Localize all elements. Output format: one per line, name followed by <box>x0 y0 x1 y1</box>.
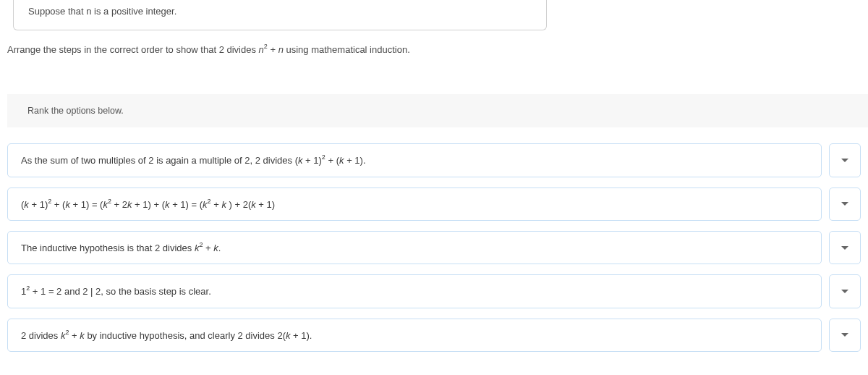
instruction-text: Arrange the steps in the correct order t… <box>7 43 868 55</box>
rank-dropdown-button[interactable] <box>829 274 861 308</box>
premise-text-pre: Suppose that <box>28 6 86 17</box>
option-text: The inductive hypothesis is that 2 divid… <box>21 242 221 253</box>
caret-down-icon <box>841 246 848 250</box>
caret-down-icon <box>841 202 848 206</box>
option-text: As the sum of two multiples of 2 is agai… <box>21 154 366 166</box>
option-row: The inductive hypothesis is that 2 divid… <box>7 231 861 264</box>
option-row: 2 divides k2 + k by inductive hypothesis… <box>7 319 861 352</box>
rank-heading: Rank the options below. <box>7 94 868 127</box>
instr-sup: 2 <box>264 43 268 50</box>
rank-dropdown-button[interactable] <box>829 143 861 177</box>
option-text: 12 + 1 = 2 and 2 | 2, so the basis step … <box>21 285 211 297</box>
instr-pre: Arrange the steps in the correct order t… <box>7 44 259 55</box>
option-card[interactable]: As the sum of two multiples of 2 is agai… <box>7 143 822 177</box>
option-card[interactable]: 2 divides k2 + k by inductive hypothesis… <box>7 319 822 352</box>
rank-dropdown-button[interactable] <box>829 188 861 221</box>
instr-n2: n <box>278 44 284 55</box>
caret-down-icon <box>841 333 848 337</box>
premise-box: Suppose that n is a positive integer. <box>13 0 547 30</box>
instr-n: n <box>259 44 264 55</box>
caret-down-icon <box>841 290 848 293</box>
option-card[interactable]: The inductive hypothesis is that 2 divid… <box>7 231 822 264</box>
option-card[interactable]: (k + 1)2 + (k + 1) = (k2 + 2k + 1) + (k … <box>7 188 822 221</box>
instr-plus: + <box>268 44 278 55</box>
options-container: As the sum of two multiples of 2 is agai… <box>7 143 861 352</box>
premise-text-post: is a positive integer. <box>91 6 176 17</box>
rank-dropdown-button[interactable] <box>829 231 861 264</box>
option-row: (k + 1)2 + (k + 1) = (k2 + 2k + 1) + (k … <box>7 188 861 221</box>
option-row: 12 + 1 = 2 and 2 | 2, so the basis step … <box>7 274 861 308</box>
rank-dropdown-button[interactable] <box>829 319 861 352</box>
instr-post: using mathematical induction. <box>284 44 410 55</box>
option-card[interactable]: 12 + 1 = 2 and 2 | 2, so the basis step … <box>7 274 822 308</box>
option-row: As the sum of two multiples of 2 is agai… <box>7 143 861 177</box>
option-text: 2 divides k2 + k by inductive hypothesis… <box>21 329 312 341</box>
option-text: (k + 1)2 + (k + 1) = (k2 + 2k + 1) + (k … <box>21 198 275 210</box>
caret-down-icon <box>841 159 848 162</box>
